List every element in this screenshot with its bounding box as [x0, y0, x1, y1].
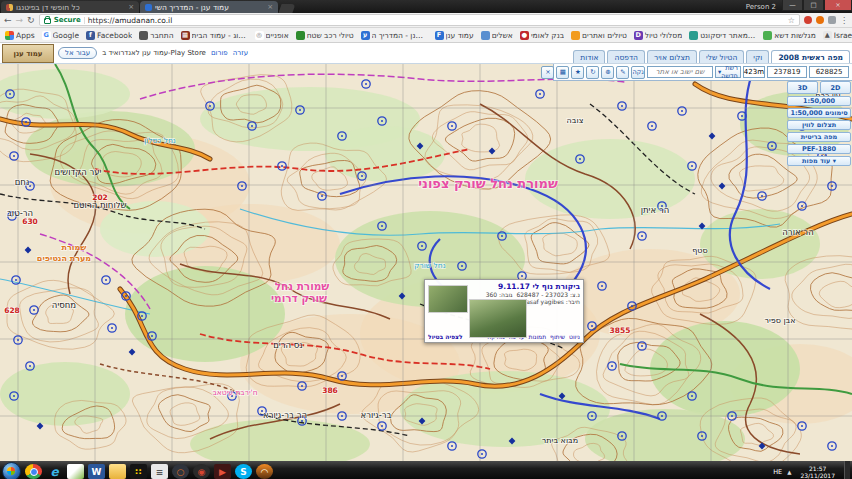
site-tab-item[interactable]: וקי — [746, 50, 769, 63]
toolbar-tool-button[interactable]: ✎ — [616, 66, 629, 79]
extension-icon-gray[interactable] — [828, 16, 836, 24]
taskbar-clock[interactable]: 21:57 23/11/2017 — [796, 465, 839, 479]
video-player-icon[interactable]: ▶ — [214, 464, 231, 479]
toolbar-tool-button[interactable]: ▦ — [556, 66, 569, 79]
layer-button[interactable]: עוד מפות ▾ — [787, 156, 851, 166]
window-maximize-button[interactable]: □ — [803, 0, 824, 11]
clear-button[interactable]: נקה — [631, 66, 644, 79]
browser-dark-icon[interactable]: ○ — [172, 464, 189, 479]
tab-favicon — [6, 4, 13, 11]
bookmark-item[interactable]: fFacebook — [86, 31, 132, 40]
site-tab-item[interactable]: הטיול שלי — [699, 50, 744, 63]
bookmark-item[interactable]: ▦ג'יפולוג - עמוד הבית — [181, 31, 248, 40]
map-label: נחם — [15, 177, 30, 187]
tab-close-icon[interactable]: × — [267, 3, 273, 11]
bookmark-item[interactable]: אשלים — [481, 31, 513, 40]
banner-link[interactable]: פורום — [211, 49, 228, 57]
bookmark-label: Google — [53, 31, 79, 40]
layer-button[interactable]: PEF-1880 — [787, 144, 851, 154]
documents-icon[interactable]: ≡ — [151, 464, 168, 479]
browser-tab-2[interactable]: עמוד ענן - המדריך השי × — [140, 1, 278, 13]
bookmark-item[interactable]: Dמסלולי טיול — [634, 31, 682, 40]
coord-north-input[interactable] — [767, 66, 807, 78]
bookmarks-bar: AppsGGooglefFacebookהתחבר▦ג'יפולוג - עמו… — [0, 28, 852, 43]
toolbar-tool-button[interactable]: ★ — [571, 66, 584, 79]
chevron-down-icon: ▾ — [718, 68, 721, 76]
skype-icon[interactable]: S — [235, 464, 252, 479]
hidden-icons-arrow[interactable]: ▲ — [787, 469, 791, 475]
toolbar-tool-button[interactable]: ⊕ — [601, 66, 614, 79]
popup-left-link[interactable]: לצפיה בטיול — [428, 333, 463, 340]
photo-app-icon[interactable] — [67, 464, 84, 479]
map-popup[interactable]: ביקורת נוף לי 9.11.17 נ.צ: 237023 - 6284… — [424, 279, 584, 343]
bookmark-star-icon[interactable]: ☆ — [788, 16, 795, 25]
site-tab-item[interactable]: תצלום אויר — [647, 50, 697, 63]
toolbar-tool-button[interactable]: ↻ — [586, 66, 599, 79]
forward-button[interactable]: → — [16, 16, 24, 25]
toolbar-tool-button[interactable]: × — [541, 66, 554, 79]
layer-3d-button[interactable]: 3D — [787, 81, 818, 94]
map-area[interactable]: שמורת נחל שורק צפונישמורת נחלשורק דרומיי… — [0, 64, 852, 461]
extension-icon-red[interactable] — [804, 16, 812, 24]
banner-link[interactable]: עזרה — [233, 49, 248, 57]
bookmark-favicon — [571, 31, 580, 40]
popup-link[interactable]: תמונות — [528, 333, 546, 340]
topo-map-canvas[interactable]: שמורת נחל שורק צפונישמורת נחלשורק דרומיי… — [0, 64, 852, 461]
popup-photo-thumbnail[interactable] — [428, 285, 468, 313]
grid-select[interactable]: רשת חדשה ▾ — [715, 66, 741, 78]
word-icon[interactable]: W — [88, 464, 105, 479]
browser-address-bar: ← → ↻ Secure https://amudanan.co.il ☆ ⋮ — [0, 13, 852, 28]
bookmark-item[interactable]: GGoogle — [42, 31, 79, 40]
show-desktop-button[interactable] — [844, 461, 850, 479]
popup-link[interactable]: ניווט — [569, 333, 580, 340]
secure-label: Secure — [54, 16, 81, 24]
bookmark-item[interactable]: התחבר — [139, 31, 173, 40]
map-label: 202 — [92, 193, 108, 202]
bookmark-item[interactable]: טיולי רכב שטח — [296, 31, 354, 40]
bookmark-favicon: D — [634, 31, 643, 40]
game-icon[interactable]: ∷ — [130, 464, 147, 479]
bookmark-item[interactable]: ציוד מאתר דיסקונט — [689, 31, 756, 40]
banner-go-button[interactable]: עבור אל — [58, 47, 97, 59]
language-indicator[interactable]: HE — [773, 468, 782, 476]
bookmark-item[interactable]: Fעמוד ענן — [435, 31, 474, 40]
site-logo[interactable]: עמוד ענן — [2, 44, 54, 63]
site-tab-item[interactable]: אודות — [573, 50, 605, 63]
bookmark-item[interactable]: ●בנק לאומי — [520, 31, 564, 40]
layer-button[interactable]: 1:50,000 סימונים — [787, 108, 851, 118]
tab-title: כל חופשי דן בפיטנגו — [16, 3, 80, 12]
layer-button[interactable]: תצלום לווין — [787, 120, 851, 130]
popup-photo-thumbnail[interactable] — [469, 299, 527, 338]
bookmark-item[interactable]: מגלשות דשא — [763, 31, 816, 40]
site-tab-active[interactable]: מפה ראשית 2008 — [771, 50, 850, 63]
browser-tab-1[interactable]: כל חופשי דן בפיטנגו × — [1, 1, 139, 13]
bookmark-item[interactable]: ▲Israel Hiking Map — [823, 31, 852, 40]
internet-explorer-icon[interactable]: e — [46, 464, 63, 479]
media-player-icon[interactable]: ◉ — [193, 464, 210, 479]
window-minimize-button[interactable]: — — [782, 0, 803, 11]
browser-profile-label[interactable]: Person 2 — [740, 3, 782, 11]
chrome-menu-icon[interactable]: ⋮ — [840, 16, 848, 25]
layer-button[interactable]: מפה בריטית — [787, 132, 851, 142]
layer-2d-button[interactable]: 2D — [820, 81, 851, 94]
start-button[interactable] — [2, 462, 21, 479]
refresh-button[interactable]: ↻ — [27, 16, 35, 25]
site-tab-item[interactable]: הדפסה — [607, 50, 644, 63]
tab-close-icon[interactable]: × — [128, 3, 134, 11]
bookmark-item[interactable]: טיולים ואתרים — [571, 31, 627, 40]
omnibox[interactable]: Secure https://amudanan.co.il ☆ — [39, 14, 800, 26]
file-explorer-icon[interactable] — [109, 464, 126, 479]
back-button[interactable]: ← — [4, 16, 12, 25]
chrome-icon[interactable] — [25, 464, 42, 479]
bookmark-item[interactable]: Apps — [5, 31, 35, 40]
window-close-button[interactable]: × — [824, 0, 852, 11]
coord-east-input[interactable] — [809, 66, 849, 78]
bookmark-item[interactable]: עעמוד ענן - המדריך ה — [361, 31, 428, 40]
new-tab-button[interactable] — [278, 4, 295, 13]
bookmark-item[interactable]: ◎אופניים — [255, 31, 289, 40]
layer-button[interactable]: 1:50,000 — [787, 96, 851, 106]
place-search-input[interactable] — [647, 66, 713, 78]
popup-link[interactable]: שיתוף — [550, 333, 565, 340]
download-manager-icon[interactable]: ◠ — [256, 464, 273, 479]
extension-icon-orange[interactable] — [816, 16, 824, 24]
